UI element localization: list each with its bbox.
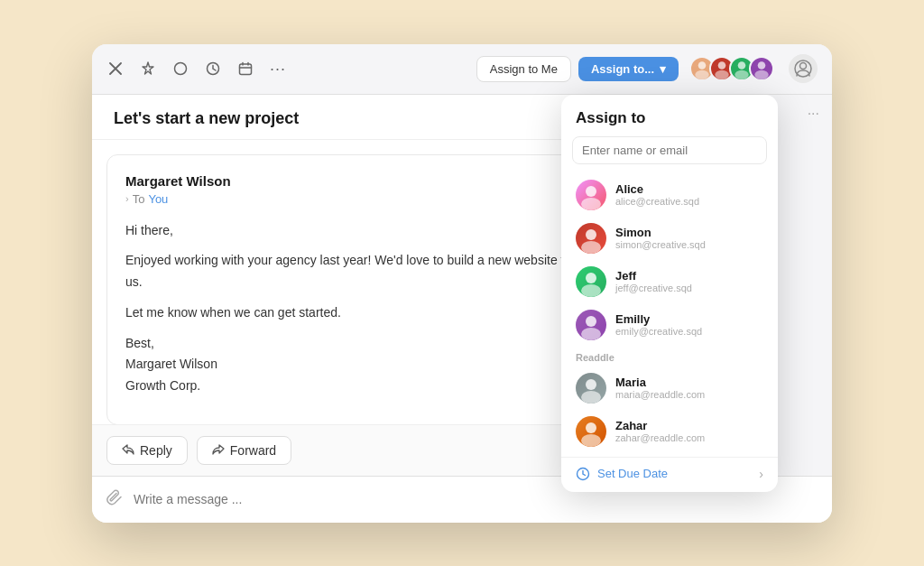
assign-search-input[interactable] (572, 136, 767, 164)
svg-point-4 (695, 70, 708, 79)
svg-point-18 (581, 284, 601, 297)
svg-point-10 (754, 70, 768, 79)
assign-to-arrow: ▾ (660, 62, 666, 76)
email-panel: Let's start a new project Margaret Wilso… (92, 95, 615, 476)
email-body-line-1: Hi there, (125, 220, 582, 242)
zahar-avatar (576, 416, 606, 447)
emilly-name: Emilly (615, 312, 702, 326)
svg-point-6 (715, 70, 728, 79)
svg-rect-2 (240, 64, 252, 75)
svg-point-5 (718, 61, 726, 70)
zahar-name: Zahar (615, 419, 705, 432)
zahar-info: Zahar zahar@readdle.com (615, 419, 705, 443)
forward-label: Forward (230, 443, 276, 458)
svg-point-13 (586, 186, 596, 197)
svg-point-15 (586, 229, 596, 240)
assign-to-label: Assign to... (591, 62, 654, 76)
svg-point-7 (738, 61, 746, 70)
toolbar: ··· Assign to Me Assign to... ▾ (92, 44, 832, 95)
due-date-chevron-icon: › (759, 467, 763, 481)
set-due-date-label: Set Due Date (597, 467, 668, 480)
chevron-right-icon: › (125, 193, 129, 204)
email-body-line-3: Let me know when we can get started. (125, 302, 582, 324)
svg-point-3 (698, 61, 707, 70)
svg-point-16 (581, 241, 601, 254)
pin-icon[interactable] (139, 60, 157, 78)
toolbar-left: ··· (106, 60, 476, 78)
close-icon[interactable] (106, 60, 125, 78)
svg-point-22 (581, 391, 601, 404)
svg-point-19 (586, 316, 596, 327)
email-to-you: You (148, 192, 168, 206)
email-to-label: To (133, 192, 145, 206)
maria-email: maria@readdle.com (615, 389, 705, 400)
simon-email: simon@creative.sqd (615, 239, 706, 250)
svg-point-8 (735, 70, 748, 79)
jeff-email: jeff@creative.sqd (615, 283, 692, 293)
email-body-line-4: Best,Margaret WilsonGrowth Corp. (125, 333, 582, 397)
zahar-email: zahar@readdle.com (615, 432, 705, 443)
email-actions-bar: Reply Forward (92, 424, 615, 476)
email-card: Margaret Wilson › To You Hi there, Enjoy… (106, 154, 601, 424)
alice-name: Alice (615, 182, 699, 196)
email-sender: Margaret Wilson (125, 173, 582, 189)
assign-person-alice[interactable]: Alice alice@creative.sqd (561, 173, 778, 217)
sidebar-more-icon[interactable]: ··· (808, 106, 819, 122)
set-due-date[interactable]: Set Due Date › (561, 457, 778, 485)
profile-icon[interactable] (789, 54, 818, 83)
email-subject: Let's start a new project (114, 109, 594, 128)
avatar-4[interactable] (749, 56, 774, 81)
email-message-area: Margaret Wilson › To You Hi there, Enjoy… (92, 140, 615, 424)
assign-dropdown: Assign to Alice alice@creative.sqd Simon… (561, 95, 778, 492)
clock-icon[interactable] (204, 60, 222, 78)
jeff-avatar (576, 266, 606, 297)
svg-point-11 (800, 63, 807, 70)
reply-label: Reply (140, 443, 172, 458)
more-icon[interactable]: ··· (269, 60, 287, 78)
svg-point-14 (581, 198, 601, 210)
attach-icon[interactable] (106, 489, 123, 510)
message-input[interactable] (134, 492, 818, 506)
maria-info: Maria maria@readdle.com (615, 376, 705, 400)
group-readdle-label: Readdle (561, 347, 778, 367)
alice-email: alice@creative.sqd (615, 196, 699, 207)
alice-avatar (576, 180, 606, 210)
svg-point-21 (586, 379, 596, 390)
emilly-avatar (576, 310, 606, 340)
calendar-icon[interactable] (236, 60, 254, 78)
forward-button[interactable]: Forward (197, 436, 291, 465)
svg-point-23 (586, 422, 596, 433)
simon-info: Simon simon@creative.sqd (615, 226, 706, 250)
assign-me-button[interactable]: Assign to Me (476, 56, 571, 82)
set-due-date-left: Set Due Date (576, 467, 668, 481)
assign-person-emilly[interactable]: Emilly emily@creative.sqd (561, 303, 778, 347)
assign-person-zahar[interactable]: Zahar zahar@readdle.com (561, 410, 778, 453)
emilly-email: emily@creative.sqd (615, 326, 702, 337)
avatar-group (689, 56, 774, 81)
email-body: Hi there, Enjoyed working with your agen… (125, 220, 582, 398)
assign-person-jeff[interactable]: Jeff jeff@creative.sqd (561, 260, 778, 303)
email-body-line-2: Enjoyed working with your agency last ye… (125, 250, 582, 293)
alice-info: Alice alice@creative.sqd (615, 182, 699, 207)
svg-point-0 (175, 63, 187, 75)
svg-point-17 (586, 273, 596, 283)
svg-point-20 (581, 328, 601, 340)
circle-icon[interactable] (171, 60, 189, 78)
jeff-name: Jeff (615, 269, 692, 283)
simon-name: Simon (615, 226, 706, 239)
app-window: ··· Assign to Me Assign to... ▾ (92, 44, 832, 523)
maria-name: Maria (615, 376, 705, 389)
reply-button[interactable]: Reply (106, 436, 188, 465)
svg-point-9 (758, 61, 766, 70)
assign-person-maria[interactable]: Maria maria@readdle.com (561, 367, 778, 410)
email-subject-bar: Let's start a new project (92, 95, 615, 140)
jeff-info: Jeff jeff@creative.sqd (615, 269, 692, 293)
simon-avatar (576, 223, 606, 254)
assign-to-button[interactable]: Assign to... ▾ (578, 57, 679, 81)
toolbar-right: Assign to Me Assign to... ▾ (476, 54, 818, 83)
assign-person-simon[interactable]: Simon simon@creative.sqd (561, 217, 778, 260)
email-to-row: › To You (125, 192, 582, 206)
assign-dropdown-title: Assign to (561, 95, 778, 136)
svg-point-24 (581, 434, 601, 447)
maria-avatar (576, 373, 606, 404)
